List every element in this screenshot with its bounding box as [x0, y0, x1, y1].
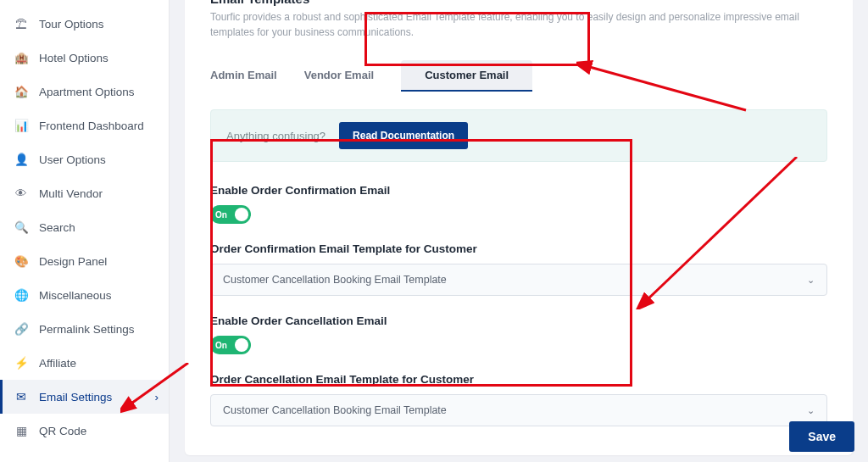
chevron-down-icon: ⌄ — [807, 405, 815, 416]
sidebar-item-qr-code[interactable]: ▦ QR Code — [0, 414, 169, 448]
home-icon: 🏠 — [14, 84, 29, 99]
bolt-icon: ⚡ — [14, 355, 29, 370]
chevron-down-icon: ⌄ — [807, 275, 815, 286]
order-cancellation-template-label: Order Cancellation Email Template for Cu… — [210, 373, 827, 386]
qr-icon: ▦ — [14, 423, 29, 438]
sidebar-item-label: Hotel Options — [39, 52, 108, 64]
enable-order-confirmation-toggle[interactable]: On — [210, 205, 251, 224]
page-title: Email Templates — [210, 0, 827, 6]
sidebar-item-label: Frontend Dashboard — [39, 120, 144, 132]
sidebar-item-search[interactable]: 🔍 Search — [0, 210, 169, 244]
umbrella-icon: ⛱ — [14, 16, 29, 31]
building-icon: 🏨 — [14, 50, 29, 65]
tabs: Admin Email Vendor Email Customer Email — [185, 55, 853, 92]
toggle-knob — [235, 208, 248, 221]
sidebar-item-permalink-settings[interactable]: 🔗 Permalink Settings — [0, 312, 169, 346]
sidebar-item-label: Apartment Options — [39, 86, 135, 98]
save-button[interactable]: Save — [789, 421, 854, 452]
order-confirmation-template-select[interactable]: Customer Cancellation Booking Email Temp… — [210, 264, 827, 296]
enable-order-confirmation-label: Enable Order Confirmation Email — [210, 184, 827, 197]
settings-card: Email Templates Tourfic provides a robus… — [185, 0, 853, 455]
sidebar-item-label: Affiliate — [39, 357, 76, 370]
sidebar-item-label: Design Panel — [39, 255, 107, 268]
sidebar-item-label: Miscellaneous — [39, 289, 112, 302]
search-icon: 🔍 — [14, 220, 29, 235]
sidebar-item-label: Tour Options — [39, 18, 104, 31]
sidebar-item-label: QR Code — [39, 425, 86, 437]
sidebar-item-apartment-options[interactable]: 🏠 Apartment Options — [0, 75, 169, 109]
user-icon: 👤 — [14, 152, 29, 167]
order-cancellation-template-select[interactable]: Customer Cancellation Booking Email Temp… — [210, 394, 827, 426]
sidebar-item-email-settings[interactable]: ✉ Email Settings › — [0, 380, 169, 414]
enable-order-cancellation-label: Enable Order Cancellation Email — [210, 314, 827, 327]
sidebar-item-affiliate[interactable]: ⚡ Affiliate — [0, 346, 169, 380]
sidebar-item-label: Email Settings — [39, 391, 112, 404]
chevron-right-icon: › — [155, 391, 159, 404]
main-content: Email Templates Tourfic provides a robus… — [170, 0, 868, 462]
sidebar-item-label: Search — [39, 221, 75, 234]
tab-vendor-email[interactable]: Vendor Email — [304, 60, 374, 92]
toggle-knob — [235, 338, 248, 352]
help-text: Anything confusing? — [226, 130, 326, 142]
gauge-icon: 📊 — [14, 118, 29, 133]
sidebar-item-design-panel[interactable]: 🎨 Design Panel — [0, 244, 169, 278]
link-icon: 🔗 — [14, 321, 29, 337]
sidebar-item-miscellaneous[interactable]: 🌐 Miscellaneous — [0, 278, 169, 312]
sidebar-item-frontend-dashboard[interactable]: 📊 Frontend Dashboard — [0, 109, 169, 142]
sidebar-item-hotel-options[interactable]: 🏨 Hotel Options — [0, 41, 169, 75]
sidebar-item-user-options[interactable]: 👤 User Options — [0, 142, 169, 176]
sidebar-item-multi-vendor[interactable]: 👁 Multi Vendor — [0, 176, 169, 210]
enable-order-cancellation-toggle[interactable]: On — [210, 336, 251, 354]
eye-icon: 👁 — [14, 186, 29, 201]
sidebar-item-label: Permalink Settings — [39, 323, 135, 336]
read-documentation-button[interactable]: Read Documentation — [339, 122, 468, 149]
help-box: Anything confusing? Read Documentation — [210, 109, 827, 162]
palette-icon: 🎨 — [14, 253, 29, 269]
order-confirmation-template-label: Order Confirmation Email Template for Cu… — [210, 242, 827, 255]
select-value: Customer Cancellation Booking Email Temp… — [223, 274, 447, 286]
globe-icon: 🌐 — [14, 287, 29, 303]
sidebar-item-label: User Options — [39, 153, 106, 166]
tab-customer-email[interactable]: Customer Email — [401, 60, 532, 92]
tab-admin-email[interactable]: Admin Email — [210, 60, 277, 92]
toggle-text: On — [215, 341, 227, 350]
select-value: Customer Cancellation Booking Email Temp… — [223, 404, 447, 416]
sidebar-item-label: Multi Vendor — [39, 187, 103, 200]
page-subtitle: Tourfic provides a robust and sophistica… — [210, 9, 827, 40]
sidebar-item-tour-options[interactable]: ⛱ Tour Options — [0, 7, 169, 41]
sidebar: ⛱ Tour Options 🏨 Hotel Options 🏠 Apartme… — [0, 0, 170, 462]
envelope-icon: ✉ — [14, 389, 29, 404]
toggle-text: On — [215, 210, 227, 220]
